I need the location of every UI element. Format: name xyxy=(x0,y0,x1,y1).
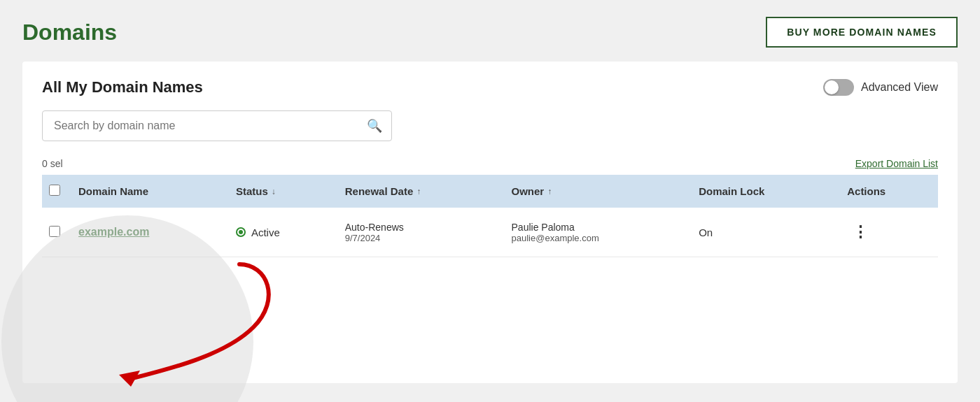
card-title: All My Domain Names xyxy=(42,78,203,96)
table-header-row: Domain Name Status ↓ Renewal Date ↑ xyxy=(42,175,938,208)
col-header-domain-name[interactable]: Domain Name xyxy=(70,175,227,208)
row-checkbox-cell[interactable] xyxy=(42,208,70,257)
search-wrapper: 🔍 xyxy=(42,110,392,141)
main-card: All My Domain Names Advanced View 🔍 0 se… xyxy=(22,62,958,383)
status-label: Active xyxy=(251,227,280,238)
col-header-owner[interactable]: Owner ↑ xyxy=(503,175,691,208)
table-row: example.com Active Auto-Renews 9/7/2024 xyxy=(42,208,938,257)
search-icon: 🔍 xyxy=(367,118,382,134)
row-status: Active xyxy=(227,208,337,257)
renewal-type: Auto-Renews xyxy=(345,222,495,233)
annotation-arrow xyxy=(57,257,295,400)
row-domain-lock: On xyxy=(690,208,839,257)
row-actions[interactable]: ⋮ xyxy=(839,208,938,257)
sort-arrow-status: ↓ xyxy=(272,187,276,196)
toggle-thumb xyxy=(825,80,839,94)
sort-arrow-owner: ↑ xyxy=(547,187,552,196)
col-header-actions: Actions xyxy=(839,175,938,208)
sort-arrow-renewal: ↑ xyxy=(416,187,421,196)
search-input[interactable] xyxy=(42,110,392,141)
export-domain-list-link[interactable]: Export Domain List xyxy=(855,158,938,169)
col-label-actions: Actions xyxy=(847,185,886,197)
row-checkbox[interactable] xyxy=(49,226,60,237)
select-all-checkbox-header[interactable] xyxy=(42,175,70,208)
col-header-renewal-date[interactable]: Renewal Date ↑ xyxy=(337,175,503,208)
status-indicator xyxy=(236,227,246,237)
col-label-renewal-date: Renewal Date xyxy=(345,185,414,197)
advanced-view-toggle[interactable] xyxy=(823,79,854,96)
row-domain-name[interactable]: example.com xyxy=(70,208,227,257)
buy-more-domains-button[interactable]: BUY MORE DOMAIN NAMES xyxy=(766,17,958,48)
col-header-status[interactable]: Status ↓ xyxy=(227,175,337,208)
col-label-status: Status xyxy=(236,185,268,197)
advanced-view-toggle-wrapper: Advanced View xyxy=(823,79,938,96)
owner-name: Paulie Paloma xyxy=(512,222,682,233)
advanced-view-label: Advanced View xyxy=(861,81,938,94)
actions-menu-button[interactable]: ⋮ xyxy=(847,220,874,244)
col-label-domain-lock: Domain Lock xyxy=(699,185,764,197)
col-label-domain-name: Domain Name xyxy=(78,185,148,197)
col-header-domain-lock: Domain Lock xyxy=(690,175,839,208)
row-renewal-date: Auto-Renews 9/7/2024 xyxy=(337,208,503,257)
owner-email: paulie@example.com xyxy=(512,233,682,243)
select-all-checkbox[interactable] xyxy=(49,185,60,196)
selected-count: 0 sel xyxy=(42,158,63,169)
domain-table: Domain Name Status ↓ Renewal Date ↑ xyxy=(42,175,938,257)
row-owner: Paulie Paloma paulie@example.com xyxy=(503,208,691,257)
page-title: Domains xyxy=(22,20,117,45)
domain-name-link[interactable]: example.com xyxy=(78,226,149,238)
domain-lock-value: On xyxy=(699,227,713,238)
below-search-row: 0 sel Export Domain List xyxy=(42,152,938,175)
renewal-date-value: 9/7/2024 xyxy=(345,233,495,243)
col-label-owner: Owner xyxy=(512,185,545,197)
svg-marker-0 xyxy=(119,371,140,387)
status-dot-inner xyxy=(239,230,243,234)
